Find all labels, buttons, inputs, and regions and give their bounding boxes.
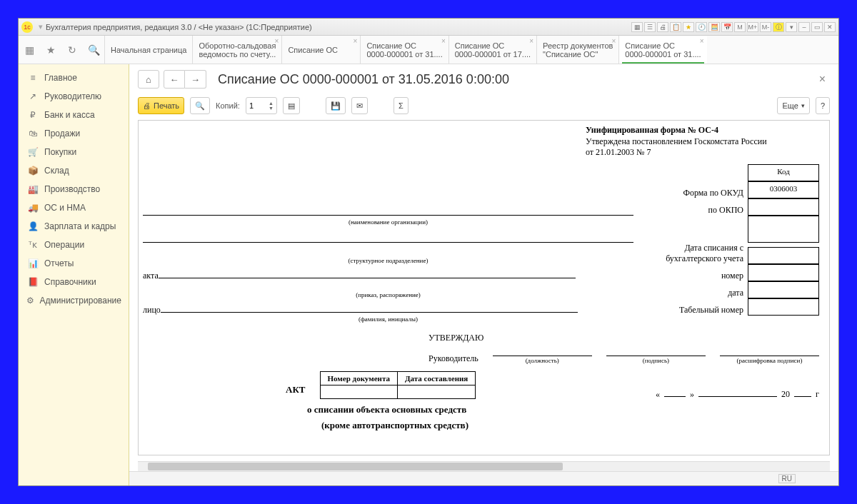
tb-btn-7[interactable]: 🧮	[708, 22, 720, 32]
sidebar-item-purchases[interactable]: 🛒Покупки	[19, 143, 129, 161]
tb-btn-8[interactable]: 📅	[721, 22, 733, 32]
save-button[interactable]: 💾	[326, 97, 346, 114]
sidebar-item-admin[interactable]: ⚙Администрирование	[19, 291, 129, 310]
back-button[interactable]: ←	[164, 70, 185, 89]
okud-value: 0306003	[748, 181, 819, 198]
tb-btn-4[interactable]: 📋	[670, 22, 681, 32]
tab-start[interactable]: Начальная страница	[104, 36, 192, 64]
sidebar-item-main[interactable]: ≡Главное	[19, 69, 129, 87]
window-title: Бухгалтерия предприятия, редакция 3.0 / …	[46, 23, 631, 31]
date-writeoff-label: Дата списания с бухгалтерского учета	[633, 243, 748, 264]
page-setup-button[interactable]: ▤	[283, 97, 300, 114]
menu-dot-icon[interactable]: ▾	[39, 22, 43, 31]
ruble-icon: ₽	[26, 110, 40, 120]
tb-btn-1[interactable]: ▦	[631, 22, 643, 32]
tb-btn-3[interactable]: 🖨	[657, 22, 668, 32]
history-icon[interactable]: ↻	[61, 36, 83, 64]
tab-spisanie-31b[interactable]: ×Списание ОС0000-000001 от 31....	[618, 36, 706, 64]
search-icon[interactable]: 🔍	[83, 36, 104, 64]
tab-close-icon[interactable]: ×	[275, 37, 279, 45]
tb-btn-m1[interactable]: M	[734, 22, 746, 32]
page-title: Списание ОС 0000-000001 от 31.05.2016 0:…	[218, 72, 811, 87]
tab-spisanie[interactable]: ×Списание ОС	[281, 36, 360, 64]
sidebar-item-manager[interactable]: ↗Руководителю	[19, 87, 129, 106]
copies-spinner[interactable]: ▲▼	[246, 97, 277, 114]
tb-btn-m3[interactable]: M-	[760, 22, 771, 32]
sidebar-item-catalogs[interactable]: 📕Справочники	[19, 273, 129, 291]
doc-no-cell	[320, 385, 397, 398]
tab-close-icon[interactable]: ×	[354, 37, 358, 45]
preview-button[interactable]: 🔍	[190, 97, 210, 114]
sidebar-item-operations[interactable]: ᵀᴋОперации	[19, 236, 129, 254]
tb-btn-dd[interactable]: ▾	[786, 22, 797, 32]
sigma-icon: Σ	[399, 101, 404, 110]
lang-indicator[interactable]: RU	[778, 474, 796, 483]
apps-icon[interactable]: ▦	[19, 36, 40, 64]
close-button[interactable]: ✕	[824, 22, 836, 32]
truck-icon: 🚚	[26, 203, 40, 213]
spin-down-icon[interactable]: ▼	[269, 106, 274, 111]
doc-date-header: Дата составления	[397, 371, 475, 385]
main-header: ⌂ ← → Списание ОС 0000-000001 от 31.05.2…	[129, 64, 838, 94]
tb-btn-2[interactable]: ☰	[644, 22, 656, 32]
mail-button[interactable]: ✉	[351, 97, 368, 114]
tab-close-icon[interactable]: ×	[441, 37, 446, 45]
tab-close-icon[interactable]: ×	[612, 37, 616, 45]
tab-spisanie-17[interactable]: ×Списание ОС0000-000001 от 17....	[448, 36, 536, 64]
tb-btn-info[interactable]: ⓘ	[773, 22, 784, 32]
sidebar-item-production[interactable]: 🏭Производство	[19, 180, 129, 198]
close-page-button[interactable]: ×	[815, 73, 830, 86]
window-buttons: ▦ ☰ 🖨 📋 ★ 🕘 🧮 📅 M M+ M- ⓘ ▾ – ▭ ✕	[631, 22, 836, 32]
tab-number-cell	[748, 298, 819, 316]
form-header: Унифицированная форма № ОС-4 Утверждена …	[586, 125, 819, 158]
min-button[interactable]: –	[798, 22, 810, 32]
person-icon: 👤	[26, 221, 40, 231]
approval-date: «» 20 г	[656, 387, 819, 400]
appbar: ▦ ★ ↻ 🔍 Начальная страница ×Оборотно-сал…	[19, 36, 838, 64]
doc-number-table: Номер документаДата составления	[320, 371, 476, 399]
tab-osv[interactable]: ×Оборотно-сальдоваяведомость по счету...	[192, 36, 281, 64]
approve-block: УТВЕРЖДАЮ Руководитель (должность) (подп…	[143, 333, 819, 364]
spin-up-icon[interactable]: ▲	[269, 101, 274, 106]
okpo-value	[748, 198, 819, 216]
cart-icon: 🛒	[26, 147, 40, 157]
litso-label: лицо	[143, 305, 161, 315]
tb-btn-5[interactable]: ★	[683, 22, 694, 32]
copies-input[interactable]	[249, 101, 262, 110]
home-button[interactable]: ⌂	[138, 70, 159, 89]
sidebar-item-sales[interactable]: 🛍Продажи	[19, 124, 129, 143]
date-writeoff-cell	[748, 247, 819, 264]
more-button[interactable]: Еще ▾	[777, 97, 809, 114]
favorite-icon[interactable]: ★	[40, 36, 61, 64]
document-pane[interactable]: Унифицированная форма № ОС-4 Утверждена …	[138, 120, 830, 455]
tab-close-icon[interactable]: ×	[700, 37, 704, 45]
tb-btn-6[interactable]: 🕘	[696, 22, 707, 32]
tab-reestr[interactable]: ×Реестр документов"Списание ОС"	[536, 36, 618, 64]
help-button[interactable]: ?	[816, 97, 830, 114]
approve-label: УТВЕРЖДАЮ	[428, 333, 819, 343]
sidebar-item-reports[interactable]: 📊Отчеты	[19, 254, 129, 273]
app-icon: 1c	[21, 21, 33, 33]
sidebar-item-warehouse[interactable]: 📦Склад	[19, 161, 129, 180]
sidebar-item-os-nma[interactable]: 🚚ОС и НМА	[19, 198, 129, 217]
sum-button[interactable]: Σ	[394, 97, 409, 114]
tb-btn-m2[interactable]: M+	[747, 22, 758, 32]
print-button[interactable]: 🖨Печать	[138, 97, 184, 114]
chart-icon: ↗	[26, 91, 40, 101]
copies-label: Копий:	[216, 101, 240, 110]
subtitle-2: (кроме автотранспортных средств)	[321, 420, 819, 431]
mail-icon: ✉	[356, 101, 363, 111]
sidebar-item-salary[interactable]: 👤Зарплата и кадры	[19, 217, 129, 236]
fio-caption: (фамилия, инициалы)	[143, 316, 633, 323]
date-cell	[748, 281, 819, 298]
scrollbar-thumb[interactable]	[148, 463, 563, 470]
forward-button[interactable]: →	[185, 70, 206, 89]
form-title: Унифицированная форма № ОС-4	[586, 125, 718, 135]
horizontal-scrollbar[interactable]	[138, 461, 830, 471]
book-icon: 📕	[26, 277, 40, 287]
sidebar-item-bank[interactable]: ₽Банк и касса	[19, 106, 129, 124]
tab-spisanie-31a[interactable]: ×Списание ОС0000-000001 от 31....	[360, 36, 448, 64]
sidebar: ≡Главное ↗Руководителю ₽Банк и касса 🛍Пр…	[19, 64, 129, 485]
tab-close-icon[interactable]: ×	[529, 37, 533, 45]
max-button[interactable]: ▭	[811, 22, 823, 32]
